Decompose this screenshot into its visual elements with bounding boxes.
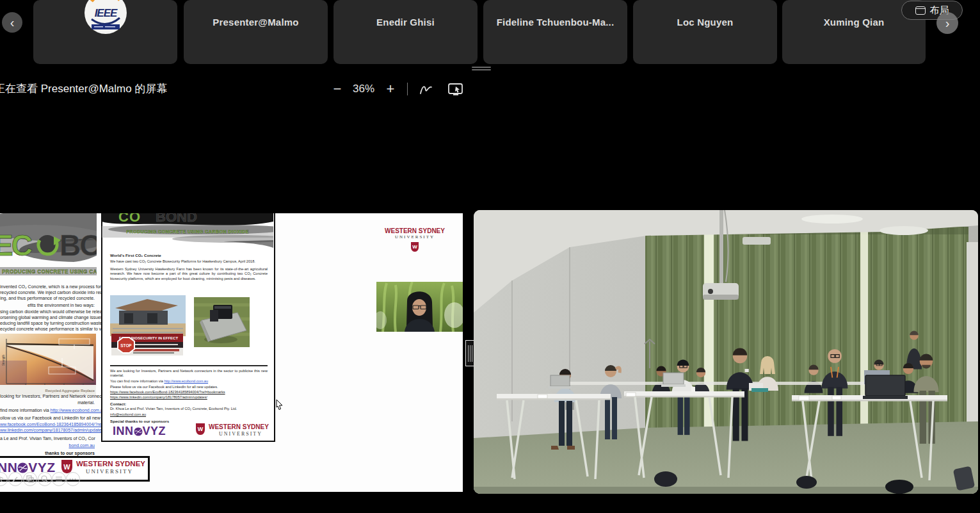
meeting-window: ‹ IEEE Presenter@Malmo Enedir Ghisi Fide… bbox=[0, 0, 980, 513]
doc-text-line: ollow us via our Facebook and LinkedIn f… bbox=[0, 416, 95, 420]
page-header: CO BOND PRODUCING CONCRETE USING CARBON … bbox=[102, 213, 273, 250]
wsu-wordmark: WESTERN SYDNEY bbox=[76, 460, 145, 468]
doc-text-line: invented CO₂ Concrete, which is a new pr… bbox=[0, 284, 95, 289]
shared-screen-view: EC BO PRODUCING CONCRETE USING CARBO inv… bbox=[0, 213, 463, 492]
name-card bbox=[832, 396, 841, 400]
filmstrip-resize-handle[interactable] bbox=[472, 67, 491, 71]
wsu-badge: WESTERN SYDNEY UNIVERSITY W bbox=[384, 227, 446, 252]
participant-tile[interactable]: Presenter@Malmo bbox=[184, 0, 328, 64]
zoom-out-button[interactable]: − bbox=[329, 81, 346, 97]
participant-tile[interactable]: Enedir Ghisi bbox=[333, 0, 478, 64]
linkedin-link: https://www.linkedin.com/company/1817805… bbox=[110, 395, 268, 400]
participant-name: Fideline Tchuenbou-Ma... bbox=[483, 17, 627, 28]
laptop bbox=[663, 373, 684, 384]
left-flyer-header: EC BO PRODUCING CONCRETE USING CARBO bbox=[0, 213, 97, 282]
ieee-logo: IEEE bbox=[84, 0, 127, 36]
strength-chart-image: Strength Recycled Aggregate Replace bbox=[0, 334, 96, 396]
ecobond-logo-ec: EC bbox=[0, 229, 32, 262]
email-link: bond.com.au bbox=[0, 443, 95, 448]
name-card bbox=[799, 396, 809, 400]
doc-text-line: a Le and Prof. Vivian Tam, Inventors of … bbox=[0, 436, 95, 441]
zoom-in-button[interactable]: + bbox=[382, 81, 399, 97]
email-link: info@ecobond.com.au bbox=[110, 412, 268, 417]
doc-text-line: orsening global warming and climate chan… bbox=[0, 315, 95, 320]
laptop bbox=[865, 375, 905, 396]
document-page: CO BOND PRODUCING CONCRETE USING CARBON … bbox=[101, 213, 275, 442]
share-screen-button[interactable] bbox=[447, 82, 465, 97]
right-pillar bbox=[967, 242, 978, 434]
wsu-university: UNIVERSITY bbox=[219, 431, 262, 437]
page-heading: World's First CO₂ Concrete bbox=[110, 253, 268, 258]
participant-name: Presenter@Malmo bbox=[184, 17, 328, 28]
ecobond-logo-co: CO bbox=[118, 213, 141, 225]
remote-cursor-icon bbox=[275, 399, 284, 411]
co2-platform-photo bbox=[194, 297, 250, 347]
room-video-feed[interactable] bbox=[474, 210, 978, 494]
doc-text-line: looking for Investors, Partners and Netw… bbox=[0, 394, 95, 398]
wsu-badge-university: UNIVERSITY bbox=[384, 234, 446, 240]
doc-toolbar bbox=[0, 471, 81, 487]
zoom-level: 36% bbox=[349, 83, 378, 95]
viewing-status-text: 正在查看 Presenter@Malmo 的屏幕 bbox=[0, 81, 167, 96]
layout-icon bbox=[915, 6, 926, 15]
contact-label: Contact: bbox=[110, 402, 268, 407]
participant-name: Enedir Ghisi bbox=[333, 17, 478, 28]
wsu-badge-name: WESTERN SYDNEY bbox=[384, 227, 446, 234]
presenter-face bbox=[412, 299, 426, 316]
participant-tile[interactable]: Loc Nguyen bbox=[633, 0, 777, 64]
room-scene bbox=[474, 210, 978, 494]
left-flyer-tagline: PRODUCING CONCRETE USING CARBO bbox=[2, 269, 97, 275]
wsu-shield-icon: W bbox=[196, 423, 205, 435]
linkedin-link: ww.linkedin.com/company/18178057/admin/u… bbox=[0, 428, 95, 432]
ecobond-logo-bond: BO bbox=[60, 229, 97, 262]
chevron-left-icon: ‹ bbox=[10, 15, 15, 30]
ecobond-link: http://www.ecobond.com.au bbox=[164, 379, 208, 383]
prev-participants-button[interactable]: ‹ bbox=[2, 12, 22, 33]
wsu-shield-icon: W bbox=[411, 242, 419, 252]
laptop bbox=[550, 375, 570, 386]
pencil-case bbox=[751, 388, 768, 392]
participant-name: Xuming Qian bbox=[782, 17, 926, 28]
presenter-webcam[interactable] bbox=[376, 282, 463, 332]
cup bbox=[691, 387, 695, 392]
participant-name: Loc Nguyen bbox=[633, 17, 777, 28]
page-paragraph: We have cast two CO₂ Concrete Biosecurit… bbox=[110, 259, 268, 264]
contact-line: Dr. Khoa Le and Prof. Vivian Tam, Invent… bbox=[110, 407, 268, 411]
copy-tool-icon bbox=[24, 473, 37, 486]
page-paragraph: We are looking for Investors, Partners a… bbox=[110, 369, 268, 379]
annotate-button[interactable] bbox=[419, 82, 435, 97]
webcam-frame bbox=[376, 282, 463, 332]
name-card bbox=[626, 393, 636, 396]
participant-tile[interactable]: Fideline Tchuenbou-Ma... bbox=[483, 0, 627, 64]
wsu-university: UNIVERSITY bbox=[86, 468, 133, 475]
farm-biosecurity-photo: FARM BIOSECURITY IN EFFECT STOP bbox=[110, 295, 186, 358]
magnifier-tool-icon bbox=[38, 473, 52, 486]
doc-text-line: ing, and thus performance of recycled co… bbox=[0, 296, 95, 300]
doc-text-line: efits the environment in two ways: bbox=[0, 303, 95, 307]
doc-text-line: ecycled concrete whose performance is si… bbox=[0, 327, 95, 331]
ecobond-logo-bond: BOND bbox=[156, 213, 197, 225]
chart-ylabel: Strength bbox=[2, 354, 5, 366]
doc-text-line: material. bbox=[0, 400, 95, 405]
divider bbox=[407, 83, 408, 95]
participant-tile-ieee[interactable]: IEEE bbox=[33, 0, 177, 64]
cursor-icon bbox=[455, 86, 460, 93]
next-participants-button[interactable]: › bbox=[936, 12, 958, 34]
name-card bbox=[538, 395, 547, 398]
page-paragraph: Please follow us via our Facebook and Li… bbox=[110, 385, 268, 389]
stop-sign: STOP bbox=[120, 343, 132, 348]
chevron-right-icon: › bbox=[945, 16, 950, 31]
facebook-link: ww.facebook.com/EcoBond-182364185894004/… bbox=[0, 422, 95, 427]
innovyz-logo: INNVYZ bbox=[113, 425, 166, 438]
page-paragraph: You can find more information via http:/… bbox=[110, 379, 268, 384]
wsu-wordmark: WESTERN SYDNEY bbox=[209, 423, 269, 430]
doc-text-line: thanks to our sponsors bbox=[0, 451, 95, 455]
doc-text-line: educing landfill space by turning constr… bbox=[0, 321, 95, 325]
doc-text-line: recycled concrete. We inject carbon diox… bbox=[0, 290, 95, 295]
ecobond-link: http://www.ecobond.com.au bbox=[51, 408, 106, 412]
cursor-tool-icon bbox=[0, 473, 8, 486]
page-tagline: PRODUCING CONCRETE USING CARBON DIOXIDE bbox=[126, 229, 249, 234]
facebook-link: https://www.facebook.com/EcoBond-1823641… bbox=[110, 390, 268, 395]
divider bbox=[110, 365, 268, 366]
page-paragraph: Western Sydney University Hawkesbury Far… bbox=[110, 267, 268, 281]
